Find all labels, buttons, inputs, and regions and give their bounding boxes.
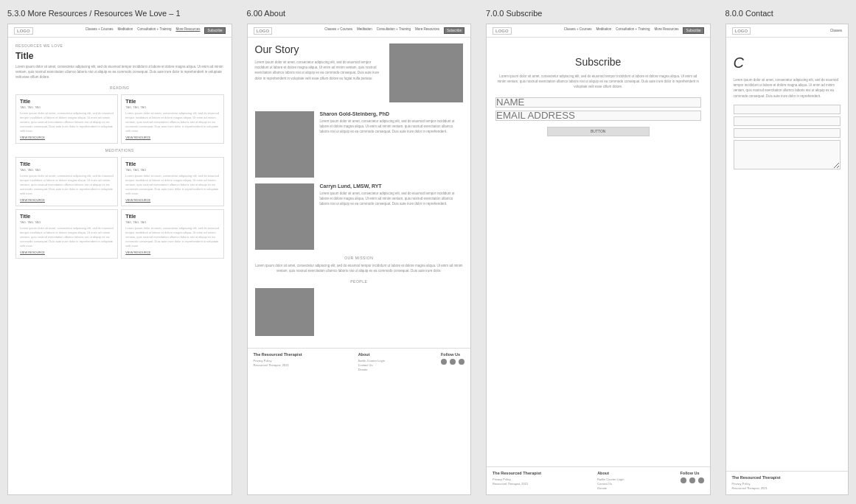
s5-card-1-link[interactable]: VIEW RESOURCE <box>20 136 114 139</box>
s6-hero-text: Our Story Lorem ipsum dolor sit amet, co… <box>255 43 384 102</box>
s7-footer-contact[interactable]: Contact Us <box>597 482 624 486</box>
s7-body: Lorem ipsum dolor sit amet, consectetur … <box>495 74 701 90</box>
s7-email-input[interactable] <box>495 111 701 121</box>
nav-link-more-7[interactable]: More Resources <box>654 27 678 34</box>
s5-reading-grid: Title TAG, TAG, TAG Lorem ipsum dolor si… <box>15 94 224 144</box>
s6-team-member-2: Carryn Lund, LMSW, RYT Lorem ipsum dolor… <box>255 183 464 250</box>
s8-footer: The Resourced Therapist Privacy Policy R… <box>726 471 848 494</box>
s6-footer: The Resourced Therapist Privacy Policy R… <box>248 348 471 376</box>
s6-team-name-1: Sharon Gold-Steinberg, PhD <box>320 111 464 116</box>
s5-card-1-tags: TAG, TAG, TAG <box>20 105 114 109</box>
s5-card-3-tags: TAG, TAG, TAG <box>20 168 114 172</box>
s6-footer-about-col: About Kaitlin Courter Login Contact Us D… <box>358 352 385 372</box>
s8-textarea[interactable] <box>734 140 841 169</box>
s5-card-4: Title TAG, TAG, TAG Lorem ipsum dolor si… <box>121 157 223 206</box>
s7-footer-donate[interactable]: Donate <box>597 486 624 490</box>
nav-link-meditation-7[interactable]: Meditation <box>596 27 612 34</box>
s5-label: RESOURCES WE LOVE <box>15 43 224 48</box>
nav-bar-6: LOGO Classes + Courses Meditation Consul… <box>248 24 471 38</box>
s7-name-input[interactable] <box>495 97 701 108</box>
s7-footer-follow-title: Follow Us <box>681 471 704 475</box>
s8-input-3[interactable] <box>734 128 841 138</box>
social-icon-1[interactable] <box>441 359 447 365</box>
nav-logo-5: LOGO <box>14 27 33 35</box>
s5-card-2-tags: TAG, TAG, TAG <box>125 105 219 109</box>
section-7-wrapper: 7.0.0 Subscribe LOGO Classes + Courses M… <box>479 0 718 504</box>
s7-social-icon-2[interactable] <box>689 477 695 483</box>
nav-cta-7[interactable]: Subscribe <box>683 27 703 34</box>
nav-cta-6[interactable]: Subscribe <box>444 27 464 34</box>
s5-card-3: Title TAG, TAG, TAG Lorem ipsum dolor si… <box>15 157 118 206</box>
section-7-card: LOGO Classes + Courses Meditation Consul… <box>486 24 711 495</box>
nav-links-8: Classes <box>830 29 842 32</box>
s6-footer-year: Resourced Therapist, 2021 <box>254 363 302 367</box>
nav-link-consult-5[interactable]: Consultation + Training <box>137 27 171 34</box>
s5-card-5-link[interactable]: VIEW RESOURCE <box>20 251 114 254</box>
section-8-title: 8.0.0 Contact <box>725 9 849 18</box>
s7-footer-login[interactable]: Kaitlin Courter Login <box>597 477 624 481</box>
s6-footer-brand-col: The Resourced Therapist Privacy Policy R… <box>254 352 302 368</box>
s7-footer: The Resourced Therapist Privacy Policy R… <box>487 466 710 494</box>
s5-card-4-title: Title <box>125 161 219 167</box>
nav-link-classes-7[interactable]: Classes + Courses <box>564 27 592 34</box>
s6-story-title: Our Story <box>255 43 384 55</box>
s7-footer-follow-col: Follow Us <box>681 471 704 483</box>
social-icon-2[interactable] <box>450 359 456 365</box>
nav-link-classes-6[interactable]: Classes + Courses <box>324 27 352 34</box>
s6-people-img <box>255 288 314 336</box>
s6-footer-contact[interactable]: Contact Us <box>358 363 385 367</box>
s5-body: Lorem ipsum dolor sit amet, consectetur … <box>15 65 224 80</box>
s7-social-icon-3[interactable] <box>698 477 704 483</box>
s7-footer-social <box>681 477 704 483</box>
s6-story-body: Lorem ipsum dolor sit amet, consectetur … <box>255 60 384 81</box>
s6-team-text-2: Carryn Lund, LMSW, RYT Lorem ipsum dolor… <box>320 183 464 250</box>
nav-link-meditation-6[interactable]: Meditation <box>357 27 372 34</box>
s5-card-6-link[interactable]: VIEW RESOURCE <box>125 251 219 254</box>
section-6-card: LOGO Classes + Courses Meditation Consul… <box>247 24 472 495</box>
s6-team-name-2: Carryn Lund, LMSW, RYT <box>320 183 464 189</box>
s5-card-5: Title TAG, TAG, TAG Lorem ipsum dolor si… <box>15 209 118 259</box>
s6-footer-follow-col: Follow Us <box>441 352 464 365</box>
s5-card-4-body: Lorem ipsum dolor sit amet, consectetur … <box>125 174 219 196</box>
nav-link-consult-7[interactable]: Consultation + Training <box>616 27 650 34</box>
nav-link-classes-5[interactable]: Classes + Courses <box>86 27 114 34</box>
s5-card-3-link[interactable]: VIEW RESOURCE <box>20 198 114 202</box>
s5-card-6: Title TAG, TAG, TAG Lorem ipsum dolor si… <box>121 209 223 259</box>
s6-footer-privacy[interactable]: Privacy Policy <box>254 359 302 363</box>
s5-card-5-tags: TAG, TAG, TAG <box>20 220 114 224</box>
s8-input-1[interactable] <box>734 105 841 114</box>
nav-link-consult-6[interactable]: Consultation + Training <box>377 27 411 34</box>
s5-card-4-link[interactable]: VIEW RESOURCE <box>125 198 219 202</box>
social-icon-3[interactable] <box>459 359 464 365</box>
nav-link-more-6[interactable]: More Resources <box>415 27 439 34</box>
nav-links-5: Classes + Courses Meditation Consultatio… <box>86 27 226 34</box>
s8-body: Lorem ipsum dolor sit amet, consectetur … <box>734 77 841 99</box>
s6-footer-follow-title: Follow Us <box>441 352 464 357</box>
s5-card-1-body: Lorem ipsum dolor sit amet, consectetur … <box>20 111 114 133</box>
s8-input-2[interactable] <box>734 116 841 126</box>
s6-mission-label: OUR MISSION <box>255 256 464 260</box>
s8-contact-title: C <box>734 55 841 71</box>
nav-link-meditation-5[interactable]: Meditation <box>118 27 133 34</box>
s5-page-title: Title <box>15 51 224 61</box>
s6-team-text-1: Sharon Gold-Steinberg, PhD Lorem ipsum d… <box>320 111 464 178</box>
nav-link-more-5[interactable]: More Resources <box>175 27 200 34</box>
s5-card-2-link[interactable]: VIEW RESOURCE <box>125 136 219 139</box>
s6-footer-login[interactable]: Kaitlin Courter Login <box>358 359 385 363</box>
s5-card-2-title: Title <box>125 99 219 104</box>
s5-meditations-grid: Title TAG, TAG, TAG Lorem ipsum dolor si… <box>15 157 224 259</box>
s8-footer-year: Resourced Therapist, 2021 <box>732 486 768 490</box>
s7-submit-button[interactable]: BUTTON <box>547 127 650 136</box>
s8-footer-privacy[interactable]: Privacy Policy <box>732 482 751 486</box>
nav-links-6: Classes + Courses Meditation Consultatio… <box>324 27 464 34</box>
s5-content: RESOURCES WE LOVE Title Lorem ipsum dolo… <box>8 38 232 267</box>
s5-card-5-title: Title <box>20 214 114 219</box>
s6-mission-body: Lorem ipsum dolor sit amet, consectetur … <box>255 263 464 273</box>
s7-social-icon-1[interactable] <box>681 477 686 483</box>
s7-footer-privacy[interactable]: Privacy Policy <box>493 477 541 481</box>
nav-link-classes-8[interactable]: Classes <box>830 29 842 32</box>
s6-footer-donate[interactable]: Donate <box>358 368 385 371</box>
s7-footer-about-col: About Kaitlin Courter Login Contact Us D… <box>597 471 624 491</box>
nav-cta-5[interactable]: Subscribe <box>204 27 225 34</box>
nav-bar-5: LOGO Classes + Courses Meditation Consul… <box>8 24 232 38</box>
